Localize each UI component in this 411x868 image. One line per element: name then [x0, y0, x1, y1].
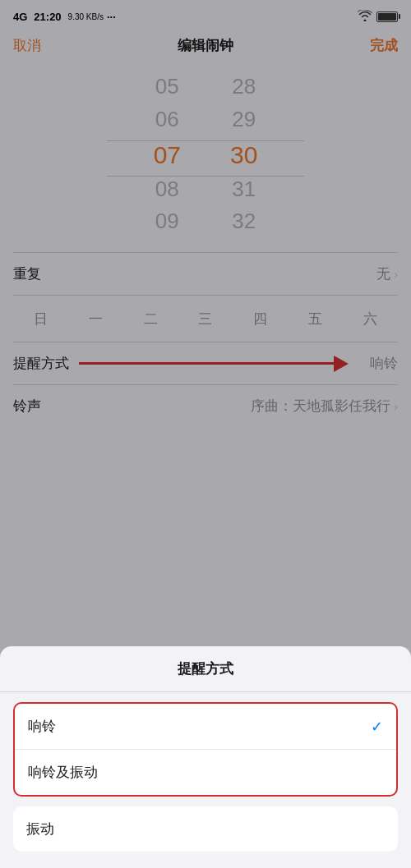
modal-overlay[interactable]: 提醒方式 响铃 ✓ 响铃及振动 振动 — [0, 0, 411, 868]
modal-options-group: 响铃 ✓ 响铃及振动 — [13, 702, 398, 797]
modal-option-vibrate-text: 振动 — [26, 820, 54, 838]
modal-option-ringtone-vibrate-text: 响铃及振动 — [28, 763, 98, 782]
modal-option-ringtone-vibrate[interactable]: 响铃及振动 — [15, 750, 396, 795]
modal-option-ringtone[interactable]: 响铃 ✓ — [15, 704, 396, 750]
modal-option-ringtone-text: 响铃 — [28, 717, 56, 736]
modal-sheet: 提醒方式 响铃 ✓ 响铃及振动 振动 — [0, 646, 411, 868]
checkmark-icon: ✓ — [371, 718, 383, 736]
modal-title: 提醒方式 — [0, 646, 411, 692]
modal-option-vibrate[interactable]: 振动 — [13, 806, 398, 852]
modal-option-vibrate-group: 振动 — [13, 806, 398, 852]
